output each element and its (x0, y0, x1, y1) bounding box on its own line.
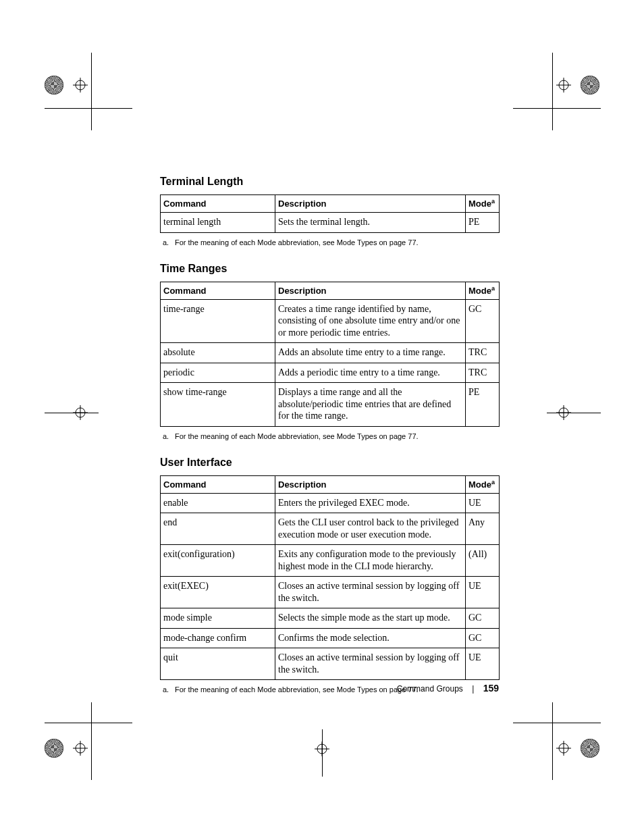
cell-command: exit(configuration) (161, 545, 275, 577)
cell-description: Adds an absolute time entry to a time ra… (275, 343, 466, 363)
cell-description: Sets the terminal length. (275, 213, 466, 233)
cell-command: mode simple (161, 608, 275, 629)
section-heading-time-ranges: Time Ranges (160, 263, 499, 275)
crop-line (322, 729, 323, 777)
cell-description: Enters the privileged EXEC mode. (275, 493, 466, 513)
col-command: Command (161, 475, 275, 493)
cell-mode: UE (466, 493, 500, 513)
footnote: a.For the meaning of each Mode abbreviat… (163, 432, 499, 440)
registration-mark-icon (73, 78, 88, 93)
table-row: mode simple Selects the simple mode as t… (161, 608, 500, 629)
cell-description: Exits any configuration mode to the prev… (275, 545, 466, 577)
table-row: absolute Adds an absolute time entry to … (161, 343, 500, 363)
crop-line (547, 413, 601, 413)
cell-mode: GC (466, 299, 500, 343)
cell-description: Gets the CLI user control back to the pr… (275, 513, 466, 545)
cell-description: Displays a time range and all the absolu… (275, 383, 466, 427)
registration-mark-icon (556, 741, 571, 756)
col-description: Description (275, 282, 466, 299)
footnote: a.For the meaning of each Mode abbreviat… (163, 238, 499, 246)
cell-mode: GC (466, 608, 500, 629)
cell-command: mode-change confirm (161, 628, 275, 648)
cell-description: Closes an active terminal session by log… (275, 577, 466, 608)
table-user-interface: Command Description Modea enable Enters … (160, 475, 500, 681)
crop-line (91, 702, 92, 780)
crop-line (45, 413, 99, 413)
table-row: enable Enters the privileged EXEC mode. … (161, 493, 500, 513)
registration-mark-icon (73, 741, 88, 756)
svg-point-6 (76, 408, 85, 417)
cell-description: Selects the simple mode as the start up … (275, 608, 466, 629)
crop-line (45, 108, 132, 109)
cell-mode: (All) (466, 545, 500, 577)
col-description: Description (275, 195, 466, 213)
table-row: time-range Creates a time range identifi… (161, 299, 500, 343)
page-number: 159 (483, 683, 499, 694)
cell-mode: PE (466, 383, 500, 427)
cell-command: end (161, 513, 275, 545)
rosette-icon (581, 739, 599, 758)
section-heading-terminal-length: Terminal Length (160, 176, 499, 188)
crop-line (552, 702, 553, 780)
table-row: mode-change confirm Confirms the mode se… (161, 628, 500, 648)
section-heading-user-interface: User Interface (160, 457, 499, 469)
svg-point-0 (76, 80, 85, 90)
svg-point-12 (317, 744, 327, 754)
crop-line (45, 723, 132, 723)
registration-mark-icon (556, 78, 571, 93)
rosette-icon (581, 76, 599, 95)
footer-separator: | (472, 684, 474, 694)
page-content: Terminal Length Command Description Mode… (160, 176, 499, 694)
cell-command: show time-range (161, 383, 275, 427)
registration-mark-icon (556, 405, 571, 420)
cell-description: Confirms the mode selection. (275, 628, 466, 648)
cell-mode: Any (466, 513, 500, 545)
table-terminal-length: Command Description Modea terminal lengt… (160, 194, 500, 233)
page-footer: Command Groups | 159 (160, 656, 499, 694)
col-mode: Modea (466, 282, 500, 299)
table-row: exit(configuration) Exits any configurat… (161, 545, 500, 577)
rosette-icon (45, 739, 63, 758)
cell-mode: GC (466, 628, 500, 648)
table-row: exit(EXEC) Closes an active terminal ses… (161, 577, 500, 608)
svg-point-3 (559, 80, 568, 90)
cell-description: Creates a time range identified by name,… (275, 299, 466, 343)
svg-point-9 (559, 408, 568, 417)
cell-mode: TRC (466, 343, 500, 363)
crop-line (91, 53, 92, 130)
col-description: Description (275, 475, 466, 493)
cell-mode: UE (466, 577, 500, 608)
svg-point-15 (76, 744, 85, 753)
footer-section: Command Groups (397, 684, 463, 694)
cell-description: Adds a periodic time entry to a time ran… (275, 363, 466, 383)
registration-mark-icon (73, 405, 88, 420)
col-command: Command (161, 195, 275, 213)
registration-mark-icon (315, 741, 329, 756)
table-row: end Gets the CLI user control back to th… (161, 513, 500, 545)
cell-mode: TRC (466, 363, 500, 383)
crop-line (513, 108, 601, 109)
cell-command: periodic (161, 363, 275, 383)
cell-mode: PE (466, 213, 500, 233)
table-row: periodic Adds a periodic time entry to a… (161, 363, 500, 383)
cell-command: exit(EXEC) (161, 577, 275, 608)
cell-command: time-range (161, 299, 275, 343)
col-command: Command (161, 282, 275, 299)
table-row: terminal length Sets the terminal length… (161, 213, 500, 233)
crop-line (513, 723, 601, 723)
cell-command: enable (161, 493, 275, 513)
col-mode: Modea (466, 195, 500, 213)
crop-line (552, 53, 553, 130)
table-row: show time-range Displays a time range an… (161, 383, 500, 427)
cell-command: terminal length (161, 213, 275, 233)
rosette-icon (45, 76, 63, 95)
col-mode: Modea (466, 475, 500, 493)
svg-point-18 (559, 744, 568, 753)
cell-command: absolute (161, 343, 275, 363)
table-time-ranges: Command Description Modea time-range Cre… (160, 282, 500, 427)
